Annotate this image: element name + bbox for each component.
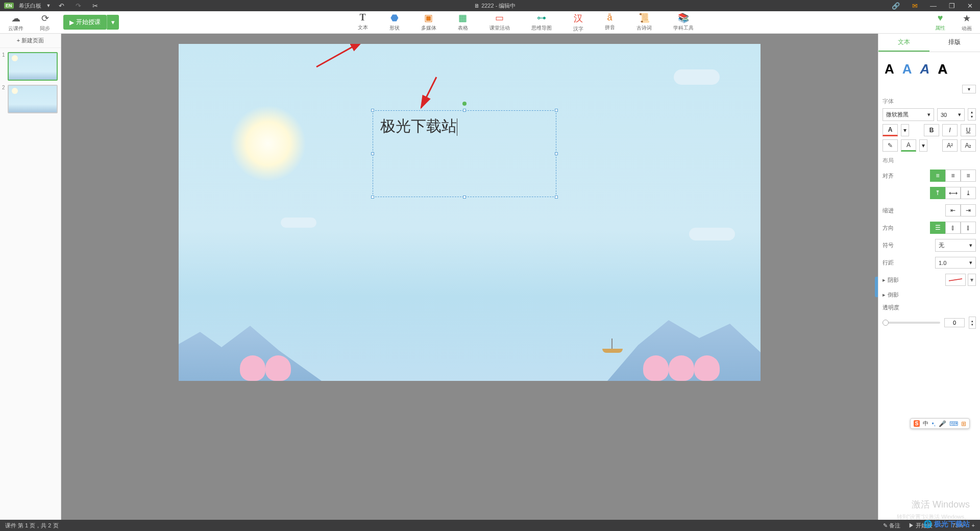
- resize-handle[interactable]: [555, 152, 558, 155]
- shadow-dropdown[interactable]: ▾: [968, 274, 976, 286]
- dropdown-icon[interactable]: ▼: [46, 3, 51, 8]
- resize-handle[interactable]: [463, 109, 466, 112]
- align-center-button[interactable]: ≡: [945, 170, 961, 182]
- doc-icon: 🗎: [474, 3, 481, 9]
- note-button[interactable]: ✎ 备注: [883, 522, 900, 529]
- slide-thumbnail-1[interactable]: [8, 52, 58, 81]
- font-color-button[interactable]: A: [883, 124, 898, 136]
- align-left-button[interactable]: ≡: [930, 170, 945, 182]
- ime-toolbar[interactable]: S 中 •, 🎤 ⌨ ⊞: [910, 418, 970, 429]
- resize-handle[interactable]: [555, 196, 558, 199]
- redo-icon[interactable]: ↷: [72, 2, 84, 10]
- reflection-expander[interactable]: ▸ 倒影: [883, 291, 976, 299]
- direction-horizontal-button[interactable]: ☰: [930, 222, 945, 234]
- hanzi-tool-button[interactable]: 汉 汉字: [570, 11, 586, 34]
- opacity-stepper[interactable]: ▴▾: [969, 317, 976, 329]
- ime-voice-icon[interactable]: 🎤: [939, 420, 946, 427]
- hanzi-icon: 汉: [574, 12, 583, 25]
- ime-punct-icon[interactable]: •,: [932, 420, 936, 427]
- start-class-dropdown[interactable]: ▾: [107, 15, 119, 30]
- undo-icon[interactable]: ↶: [56, 2, 67, 10]
- indent-decrease-button[interactable]: ⇤: [945, 204, 961, 216]
- subscript-button[interactable]: A₂: [961, 139, 976, 152]
- svg-line-0: [316, 44, 362, 67]
- italic-button[interactable]: I: [942, 124, 958, 136]
- zoom-in-button[interactable]: +: [972, 522, 975, 528]
- resize-handle[interactable]: [371, 196, 374, 199]
- content-area: + 新建页面 1 2: [0, 34, 980, 520]
- textbox-selection[interactable]: 极光下载站: [373, 110, 556, 197]
- start-class-button[interactable]: ▶ 开始授课: [63, 15, 107, 30]
- direction-vertical-button[interactable]: ⫿: [945, 222, 961, 234]
- highlight-dropdown[interactable]: ▾: [919, 139, 927, 152]
- close-icon[interactable]: ✕: [964, 2, 976, 10]
- multimedia-tool-button[interactable]: ▣ 多媒体: [418, 11, 439, 34]
- side-rail-handle[interactable]: [875, 277, 878, 297]
- mindmap-tool-button[interactable]: ⊶ 思维导图: [528, 11, 555, 34]
- subtab-layout[interactable]: 排版: [929, 34, 981, 52]
- text-style-3[interactable]: A: [920, 61, 930, 77]
- font-color-dropdown[interactable]: ▾: [901, 124, 909, 136]
- valign-bottom-button[interactable]: ⤓: [961, 187, 976, 199]
- resize-handle[interactable]: [555, 109, 558, 112]
- more-styles-icon[interactable]: ▾: [962, 85, 976, 93]
- mail-icon[interactable]: ✉: [909, 2, 921, 10]
- subject-icon: 📚: [678, 12, 689, 23]
- highlight-color-button[interactable]: A: [901, 139, 916, 152]
- text-style-4[interactable]: A: [938, 61, 947, 77]
- sync-button[interactable]: ⟳ 同步: [37, 12, 53, 33]
- font-family-select[interactable]: 微软雅黑▾: [883, 108, 934, 121]
- direction-rtl-button[interactable]: ⫿: [961, 222, 976, 234]
- animation-tab-button[interactable]: ★ 动画: [959, 12, 975, 33]
- resize-handle[interactable]: [371, 109, 374, 112]
- opacity-input[interactable]: [944, 318, 965, 327]
- resize-handle[interactable]: [371, 152, 374, 155]
- bold-button[interactable]: B: [924, 124, 939, 136]
- pinyin-tool-button[interactable]: ā 拼音: [602, 11, 618, 34]
- activity-tool-button[interactable]: ▭ 课堂活动: [486, 11, 513, 34]
- resize-handle[interactable]: [463, 196, 466, 199]
- slide-thumbnail-2[interactable]: [8, 85, 58, 113]
- text-style-2[interactable]: A: [902, 61, 912, 77]
- ime-lang[interactable]: 中: [923, 420, 928, 427]
- share-icon[interactable]: 🔗: [889, 2, 903, 10]
- shape-tool-button[interactable]: ⬣ 形状: [386, 11, 403, 34]
- text-tool-button[interactable]: T 文本: [355, 11, 371, 34]
- canvas-area[interactable]: 极光下载站: [61, 34, 878, 520]
- poem-tool-button[interactable]: 📜 古诗词: [633, 11, 655, 34]
- text-style-1[interactable]: A: [885, 61, 894, 77]
- maximize-icon[interactable]: ❐: [946, 2, 958, 10]
- indent-increase-button[interactable]: ⇥: [961, 204, 976, 216]
- align-right-button[interactable]: ≡: [961, 170, 976, 182]
- ime-keyboard-icon[interactable]: ⌨: [949, 420, 958, 427]
- new-page-button[interactable]: + 新建页面: [0, 34, 61, 48]
- font-size-stepper[interactable]: ▴▾: [968, 108, 976, 120]
- underline-button[interactable]: U: [961, 124, 976, 136]
- subtab-text[interactable]: 文本: [878, 34, 929, 52]
- slider-thumb[interactable]: [883, 320, 889, 326]
- highlight-button[interactable]: ✎: [883, 139, 898, 152]
- ime-menu-icon[interactable]: ⊞: [961, 420, 966, 427]
- cut-icon[interactable]: ✂: [89, 2, 101, 10]
- text-cursor: [457, 118, 457, 136]
- minimize-icon[interactable]: —: [927, 2, 940, 10]
- valign-top-button[interactable]: ⤒: [930, 187, 945, 199]
- shadow-expander[interactable]: ▸ 阴影 ▾: [883, 274, 976, 286]
- properties-tab-button[interactable]: ♥ 属性: [932, 12, 948, 33]
- linespace-label: 行距: [883, 259, 894, 267]
- table-tool-button[interactable]: ▦ 表格: [455, 11, 471, 34]
- chevron-right-icon: ▸: [883, 277, 886, 283]
- linespace-select[interactable]: 1.0▾: [935, 257, 976, 269]
- superscript-button[interactable]: A²: [942, 139, 958, 152]
- subject-tool-button[interactable]: 📚 学科工具: [670, 11, 697, 34]
- opacity-slider[interactable]: [883, 322, 940, 324]
- slide-canvas[interactable]: 极光下载站: [179, 44, 761, 381]
- shadow-preview[interactable]: [945, 274, 966, 286]
- textbox-content[interactable]: 极光下载站: [373, 111, 556, 142]
- cloud-courseware-button[interactable]: ☁ 云课件: [5, 12, 27, 33]
- rotate-handle[interactable]: [462, 102, 467, 106]
- valign-middle-button[interactable]: ⟷: [945, 187, 961, 199]
- tree-graphic: [265, 355, 291, 381]
- font-size-select[interactable]: 30▾: [937, 108, 965, 121]
- symbol-select[interactable]: 无▾: [935, 239, 976, 252]
